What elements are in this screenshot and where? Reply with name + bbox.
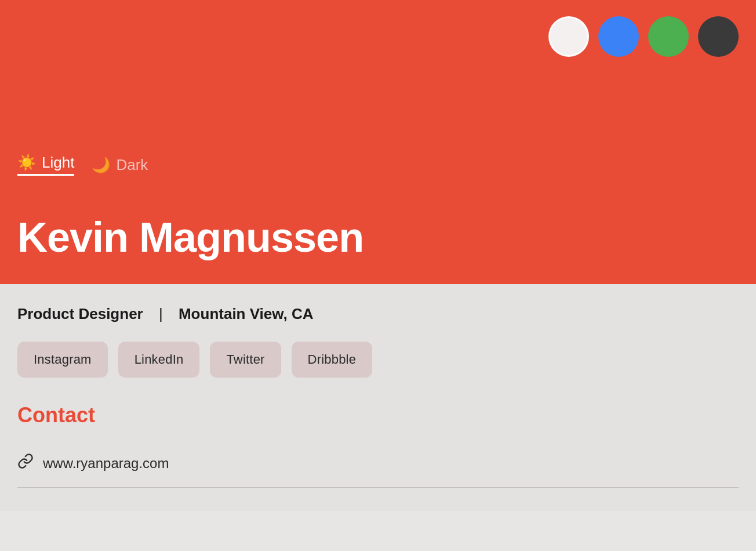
- color-swatches-container: [548, 16, 739, 57]
- hero-section: ☀️ Light 🌙 Dark Kevin Magnussen: [0, 0, 756, 284]
- link-icon: [17, 453, 34, 473]
- moon-icon: 🌙: [92, 156, 110, 174]
- social-button-twitter[interactable]: Twitter: [210, 342, 281, 378]
- contact-section: Contact www.ryanparag.com: [17, 403, 739, 488]
- theme-light-option[interactable]: ☀️ Light: [17, 154, 74, 176]
- swatch-blue[interactable]: [598, 16, 639, 57]
- profile-location: Mountain View, CA: [179, 305, 314, 322]
- subtitle-separator: |: [159, 305, 163, 322]
- contact-heading: Contact: [17, 403, 739, 427]
- hero-name: Kevin Magnussen: [17, 213, 364, 261]
- social-button-linkedin[interactable]: LinkedIn: [118, 342, 200, 378]
- swatch-white[interactable]: [548, 16, 589, 57]
- theme-dark-option[interactable]: 🌙 Dark: [92, 156, 148, 174]
- swatch-dark[interactable]: [698, 16, 739, 57]
- contact-divider: [17, 487, 739, 488]
- contact-website-row: www.ryanparag.com: [17, 444, 739, 483]
- theme-dark-label: Dark: [116, 156, 148, 174]
- contact-website-link[interactable]: www.ryanparag.com: [43, 455, 169, 472]
- swatch-green[interactable]: [648, 16, 689, 57]
- theme-toggle: ☀️ Light 🌙 Dark: [17, 154, 148, 176]
- social-links-container: Instagram LinkedIn Twitter Dribbble: [17, 342, 739, 378]
- social-button-instagram[interactable]: Instagram: [17, 342, 108, 378]
- content-section: Product Designer | Mountain View, CA Ins…: [0, 284, 756, 511]
- theme-light-label: Light: [42, 154, 74, 172]
- profile-title: Product Designer: [17, 305, 143, 322]
- profile-subtitle: Product Designer | Mountain View, CA: [17, 305, 739, 323]
- sun-icon: ☀️: [17, 154, 36, 172]
- social-button-dribbble[interactable]: Dribbble: [292, 342, 373, 378]
